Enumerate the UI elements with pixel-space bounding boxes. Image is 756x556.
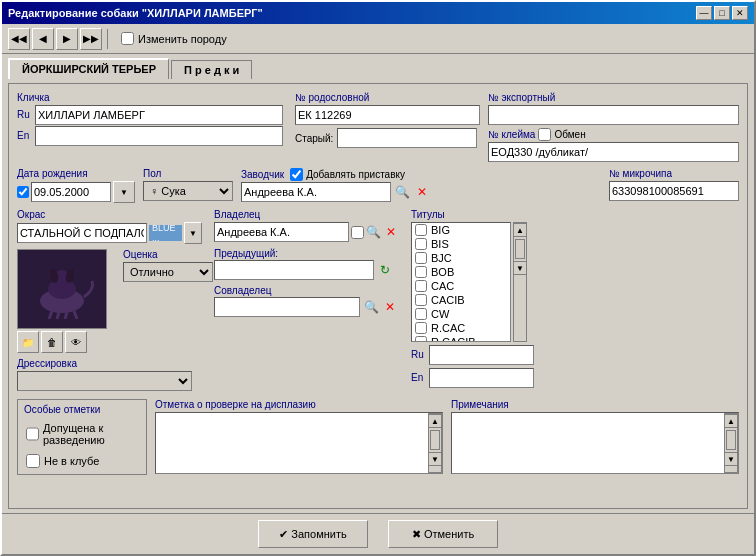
left-column: Окрас BLUE ... ▼ bbox=[17, 209, 202, 391]
tituly-en-input[interactable] bbox=[429, 368, 534, 388]
rodoslovnaya-input[interactable] bbox=[295, 105, 480, 125]
toolbar: ◀◀ ◀ ▶ ▶▶ Изменить породу bbox=[2, 24, 754, 54]
tig-cacib-checkbox[interactable] bbox=[415, 294, 427, 306]
tig-bis-checkbox[interactable] bbox=[415, 238, 427, 250]
primechaniya-scrollbar[interactable]: ▲ ▼ bbox=[724, 413, 738, 473]
klichka-group: Кличка Ru En bbox=[17, 92, 287, 146]
dog-photo-area bbox=[17, 249, 107, 329]
maximize-button[interactable]: □ bbox=[714, 6, 730, 20]
predydushchiy-input[interactable] bbox=[214, 260, 374, 280]
dressirovka-select[interactable] bbox=[17, 371, 192, 391]
tig-rcacib-checkbox[interactable] bbox=[415, 336, 427, 342]
zavodchik-search-icon[interactable]: 🔍 bbox=[393, 183, 411, 201]
zavodchik-input[interactable] bbox=[241, 182, 391, 202]
pol-select[interactable]: ♀ Сука ♂ Кобель bbox=[143, 181, 233, 201]
change-breed-checkbox[interactable] bbox=[121, 32, 134, 45]
primechaniya-scroll-up[interactable]: ▲ bbox=[724, 414, 738, 428]
title-bar-buttons: — □ ✕ bbox=[696, 6, 748, 20]
change-breed-text: Изменить породу bbox=[138, 33, 227, 45]
eksportnyy-label: № экспортный bbox=[488, 92, 739, 103]
vladeletc-label: Владелец bbox=[214, 209, 399, 220]
vladeletc-clear-icon[interactable]: ✕ bbox=[384, 223, 400, 241]
tig-bjc-checkbox[interactable] bbox=[415, 252, 427, 264]
proverka-scroll-up[interactable]: ▲ bbox=[428, 414, 442, 428]
svg-line-7 bbox=[65, 312, 67, 319]
proverka-textarea-wrap: ▲ ▼ bbox=[155, 412, 443, 474]
tig-cw-checkbox[interactable] bbox=[415, 308, 427, 320]
sovladeletz-search-icon[interactable]: 🔍 bbox=[362, 298, 379, 316]
proverka-scrollbar[interactable]: ▲ ▼ bbox=[428, 413, 442, 473]
prev-record-button[interactable]: ◀ bbox=[32, 28, 54, 50]
okras-input[interactable] bbox=[17, 223, 147, 243]
minimize-button[interactable]: — bbox=[696, 6, 712, 20]
tig-cac-checkbox[interactable] bbox=[415, 280, 427, 292]
staryy-input[interactable] bbox=[337, 128, 477, 148]
list-item: BOB bbox=[412, 265, 510, 279]
list-item: CW bbox=[412, 307, 510, 321]
data-dropdown-btn[interactable]: ▼ bbox=[113, 181, 135, 203]
obmen-checkbox[interactable] bbox=[538, 128, 551, 141]
photo-add-btn[interactable]: 📁 bbox=[17, 331, 39, 353]
ne-v-klube-checkbox[interactable] bbox=[26, 454, 40, 468]
dressirovka-label: Дрессировка bbox=[17, 358, 202, 369]
otsenka-select[interactable]: Отлично Очень хорошо Хорошо Удовлетворит… bbox=[123, 262, 213, 282]
tituly-group: Титулы BIG BIS BJC bbox=[411, 209, 739, 388]
first-record-button[interactable]: ◀◀ bbox=[8, 28, 30, 50]
photo-otsenka-row: 📁 🗑 👁 Оценка Отлично Очень хорошо bbox=[17, 249, 202, 353]
mikro-input[interactable] bbox=[609, 181, 739, 201]
photo-delete-btn[interactable]: 🗑 bbox=[41, 331, 63, 353]
okras-label: Окрас bbox=[17, 209, 202, 220]
save-button[interactable]: ✔ Запомнить bbox=[258, 520, 368, 548]
primechaniya-label: Примечания bbox=[451, 399, 739, 410]
eksportnyy-input[interactable] bbox=[488, 105, 739, 125]
dobavlyat-checkbox[interactable] bbox=[290, 168, 303, 181]
next-record-button[interactable]: ▶ bbox=[56, 28, 78, 50]
proverka-scroll-thumb[interactable] bbox=[430, 430, 440, 450]
proverka-scroll-down[interactable]: ▼ bbox=[428, 452, 442, 466]
cancel-button[interactable]: ✖ Отменить bbox=[388, 520, 498, 548]
zavodchik-clear-icon[interactable]: ✕ bbox=[413, 183, 431, 201]
predydushchiy-refresh-icon[interactable]: ↻ bbox=[376, 261, 394, 279]
vladeletc-checkbox[interactable] bbox=[351, 226, 364, 239]
primechaniya-scroll-down[interactable]: ▼ bbox=[724, 452, 738, 466]
pol-group: Пол ♀ Сука ♂ Кобель bbox=[143, 168, 233, 201]
photo-view-btn[interactable]: 👁 bbox=[65, 331, 87, 353]
vladeletc-input[interactable] bbox=[214, 222, 349, 242]
change-breed-label: Изменить породу bbox=[121, 32, 227, 45]
predydushchiy-label: Предыдущий: bbox=[214, 248, 278, 259]
osobye-group: Особые отметки Допущена к разведению Не … bbox=[17, 399, 147, 475]
kleimo-input[interactable] bbox=[488, 142, 739, 162]
last-record-button[interactable]: ▶▶ bbox=[80, 28, 102, 50]
staryy-label: Старый: bbox=[295, 133, 333, 144]
tituly-en-prefix: En bbox=[411, 368, 427, 388]
sovladeletz-clear-icon[interactable]: ✕ bbox=[382, 298, 399, 316]
klichka-en-input[interactable] bbox=[35, 126, 283, 146]
close-button[interactable]: ✕ bbox=[732, 6, 748, 20]
primechaniya-scroll-thumb[interactable] bbox=[726, 430, 736, 450]
dopushchena-checkbox[interactable] bbox=[26, 427, 39, 441]
okras-row: BLUE ... ▼ bbox=[17, 222, 202, 244]
data-checkbox[interactable] bbox=[17, 186, 29, 198]
primechaniya-textarea-wrap: ▲ ▼ bbox=[451, 412, 739, 474]
tab-breed[interactable]: ЙОРКШИРСКИЙ ТЕРЬЕР bbox=[8, 58, 169, 79]
vladeletc-search-icon[interactable]: 🔍 bbox=[366, 223, 382, 241]
sovladeletz-input[interactable] bbox=[214, 297, 360, 317]
tituly-ru-input[interactable] bbox=[429, 345, 534, 365]
data-input[interactable] bbox=[31, 182, 111, 202]
scroll-up-arrow[interactable]: ▲ bbox=[513, 223, 527, 237]
proverka-textarea[interactable] bbox=[156, 413, 428, 473]
eksportnyy-group: № экспортный № клейма Обмен bbox=[488, 92, 739, 162]
tab-ancestors[interactable]: П р е д к и bbox=[171, 60, 252, 79]
tig-bob-checkbox[interactable] bbox=[415, 266, 427, 278]
okras-dropdown-btn[interactable]: ▼ bbox=[184, 222, 202, 244]
klichka-ru-input[interactable] bbox=[35, 105, 283, 125]
scroll-thumb[interactable] bbox=[515, 239, 525, 259]
tituly-en-row: En bbox=[411, 368, 739, 388]
scroll-down-arrow[interactable]: ▼ bbox=[513, 261, 527, 275]
tituly-scrollbar[interactable]: ▲ ▼ bbox=[513, 222, 527, 342]
primechaniya-textarea[interactable] bbox=[452, 413, 724, 473]
ne-v-klube-row: Не в клубе bbox=[24, 452, 140, 470]
tig-big-checkbox[interactable] bbox=[415, 224, 427, 236]
tig-rcac-checkbox[interactable] bbox=[415, 322, 427, 334]
rodoslovnaya-label: № родословной bbox=[295, 92, 480, 103]
